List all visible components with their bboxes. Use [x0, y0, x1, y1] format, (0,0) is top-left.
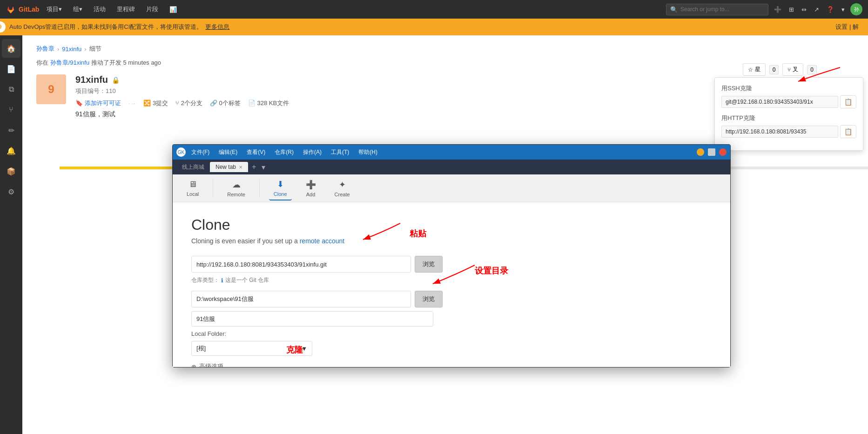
ssh-url: git@192.168.0.180:934353403/91x — [721, 96, 838, 108]
local-label: Local — [187, 191, 199, 197]
http-copy-button[interactable]: 📋 — [840, 125, 856, 138]
size-info: 📄 328 KB文件 — [248, 99, 289, 107]
nav-projects[interactable]: 项目▾ — [43, 3, 66, 15]
search-box[interactable]: 🔍 — [666, 4, 768, 15]
sidebar-item-file[interactable]: 📄 — [2, 60, 20, 78]
tab-close-icon[interactable]: ✕ — [239, 165, 242, 170]
clone-label: Clone — [274, 191, 287, 197]
sidebar-item-bell[interactable]: 🔔 — [2, 141, 20, 160]
clone-popup: 用SSH克隆 git@192.168.0.180:934353403/91x 📋… — [714, 77, 863, 151]
maximize-icon[interactable] — [708, 148, 715, 156]
breadcrumb-project[interactable]: 91xinfu — [62, 46, 81, 53]
close-icon[interactable] — [719, 148, 727, 156]
fork-button[interactable]: ⑂ 叉 — [782, 63, 803, 76]
add-label: Add — [306, 192, 316, 197]
toolbar-add[interactable]: ➕ Add — [301, 177, 321, 200]
advanced-toggle[interactable]: ⊕ 高级选项 — [191, 362, 443, 367]
push-user-link[interactable]: 孙鲁章/ — [50, 59, 70, 66]
auto-devops-banner: 9 Auto DevOps管道已启用，如果未找到备用CI配置文件，将使用该管道。… — [0, 19, 868, 35]
sidebar-item-home[interactable]: 🏠 — [2, 39, 20, 58]
info-icon[interactable]: ℹ — [221, 277, 223, 284]
clone-panel-title: Clone — [191, 216, 712, 234]
user-dropdown-icon[interactable]: ▾ — [840, 4, 847, 15]
create-label: Create — [335, 192, 350, 197]
screen-icon[interactable]: ⊞ — [787, 4, 796, 15]
breadcrumb-current: 细节 — [89, 45, 101, 53]
menu-action[interactable]: 操作(A) — [301, 147, 323, 157]
ssh-copy-button[interactable]: 📋 — [840, 95, 856, 108]
remote-account-link[interactable]: remote account — [300, 237, 345, 245]
gitlab-logo[interactable]: GitLab — [6, 4, 39, 14]
nav-snippets[interactable]: 片段 — [142, 3, 162, 15]
sidebar-item-layers[interactable]: ⧉ — [2, 80, 20, 99]
menu-tools[interactable]: 工具(T) — [329, 147, 351, 157]
menu-help[interactable]: 帮助(H) — [357, 147, 379, 157]
plus-icon[interactable]: ➕ — [772, 4, 783, 15]
sidebar-item-merge[interactable]: ⑂ — [2, 100, 20, 119]
star-button[interactable]: ☆ 星 — [743, 63, 766, 76]
ssh-label: 用SSH克隆 — [721, 84, 856, 93]
remote-icon: ☁ — [232, 180, 241, 190]
breadcrumb-user[interactable]: 孙鲁章 — [36, 45, 54, 53]
toolbar-create[interactable]: ✦ Create — [330, 177, 355, 200]
add-icon: ➕ — [306, 180, 316, 190]
create-icon: ✦ — [339, 180, 346, 190]
toolbar-local[interactable]: 🖥 Local — [182, 177, 203, 200]
gitkraken-tabs: 线上商城 New tab ✕ + ▾ — [173, 160, 730, 174]
nav-activity[interactable]: 活动 — [90, 3, 109, 15]
menu-file[interactable]: 文件(F) — [189, 147, 211, 157]
tab-add-button[interactable]: + — [248, 161, 260, 173]
action-row: ☆ 星 0 ⑂ 叉 0 — [743, 63, 817, 76]
external-icon[interactable]: ↗ — [812, 4, 821, 15]
toolbar-remote[interactable]: ☁ Remote — [222, 177, 250, 200]
repo-type-info: 仓库类型： ℹ 这是一个 Git 仓库 — [191, 276, 443, 284]
local-path-input[interactable] — [191, 291, 411, 307]
menu-repo[interactable]: 仓库(R) — [273, 147, 296, 157]
breadcrumb-sep1: › — [57, 46, 59, 53]
nav-groups[interactable]: 组▾ — [69, 3, 86, 15]
star-icon: ☆ — [748, 67, 753, 73]
sidebar-item-box[interactable]: 📦 — [2, 162, 20, 180]
sidebar-item-pen[interactable]: ✏ — [2, 121, 20, 140]
http-url: http://192.168.0.180:8081/93435 — [721, 126, 838, 138]
clone-panel-subtitle: Cloning is even easier if you set up a r… — [191, 237, 712, 245]
avatar[interactable]: 孙 — [850, 3, 862, 15]
toolbar-divider-2 — [259, 179, 260, 198]
banner-more-link[interactable]: 更多信息 — [205, 23, 229, 31]
project-name-input[interactable] — [191, 311, 433, 327]
gitkraken-main: Clone Cloning is even easier if you set … — [173, 202, 730, 367]
local-icon: 🖥 — [188, 180, 197, 189]
banner-settings[interactable]: 设置 | 解 — [835, 23, 859, 31]
search-input[interactable] — [680, 6, 764, 13]
merge-icon[interactable]: ⇔ — [800, 4, 808, 15]
browse-button-1[interactable]: 浏览 — [415, 256, 443, 273]
ssh-url-row: git@192.168.0.180:934353403/91x 📋 — [721, 95, 856, 108]
license-link[interactable]: 🔖 添加许可可证 — [75, 99, 121, 107]
tab-shangcheng[interactable]: 线上商城 — [176, 161, 210, 173]
local-path-row: 浏览 — [191, 291, 443, 307]
minimize-icon[interactable] — [697, 148, 704, 156]
url-input[interactable] — [191, 256, 411, 273]
toolbar-clone[interactable]: ⬇ Clone — [269, 176, 292, 200]
nav-milestones[interactable]: 里程碑 — [113, 3, 139, 15]
url-field-row: 浏览 — [191, 256, 443, 273]
clone-icon: ⬇ — [277, 179, 284, 189]
tab-menu-button[interactable]: ▾ — [260, 161, 267, 174]
tab-newtab[interactable]: New tab ✕ — [210, 162, 248, 172]
gitkraken-window: GK 文件(F) 编辑(E) 查看(V) 仓库(R) 操作(A) 工具(T) 帮… — [172, 144, 731, 367]
menu-edit[interactable]: 编辑(E) — [217, 147, 239, 157]
help-icon[interactable]: ❓ — [825, 4, 836, 15]
fork-count: 0 — [807, 65, 817, 74]
nav-chart[interactable]: 📊 — [166, 4, 181, 15]
menu-view[interactable]: 查看(V) — [245, 147, 267, 157]
annotation-paste: 粘贴 — [410, 228, 426, 239]
sidebar-item-settings[interactable]: ⚙ — [2, 182, 20, 201]
breadcrumb-sep2: › — [84, 46, 86, 53]
project-avatar: 9 — [36, 74, 66, 104]
advanced-chevron-icon: ⊕ — [191, 363, 196, 367]
push-project-link[interactable]: 91xinfu — [70, 59, 89, 66]
http-label: 用HTTP克隆 — [721, 114, 856, 122]
star-count: 0 — [769, 65, 779, 74]
http-url-row: http://192.168.0.180:8081/93435 📋 — [721, 125, 856, 138]
browse-button-2[interactable]: 浏览 — [415, 291, 443, 307]
